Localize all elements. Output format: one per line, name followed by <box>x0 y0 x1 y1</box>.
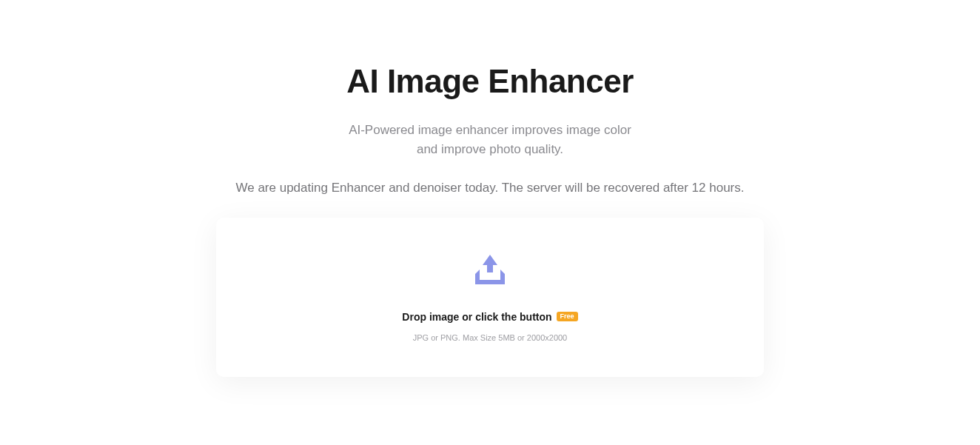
page-title: AI Image Enhancer <box>346 63 634 100</box>
file-hint: JPG or PNG. Max Size 5MB or 2000x2000 <box>413 333 567 342</box>
free-badge: Free <box>557 312 578 321</box>
subtitle-line2: and improve photo quality. <box>417 140 563 159</box>
subtitle-line1: AI-Powered image enhancer improves image… <box>349 121 631 140</box>
maintenance-notice: We are updating Enhancer and denoiser to… <box>235 181 744 195</box>
upload-icon <box>469 253 511 289</box>
drop-text-row: Drop image or click the button Free <box>402 311 577 323</box>
upload-dropzone[interactable]: Drop image or click the button Free JPG … <box>216 218 764 377</box>
drop-text: Drop image or click the button <box>402 311 551 323</box>
